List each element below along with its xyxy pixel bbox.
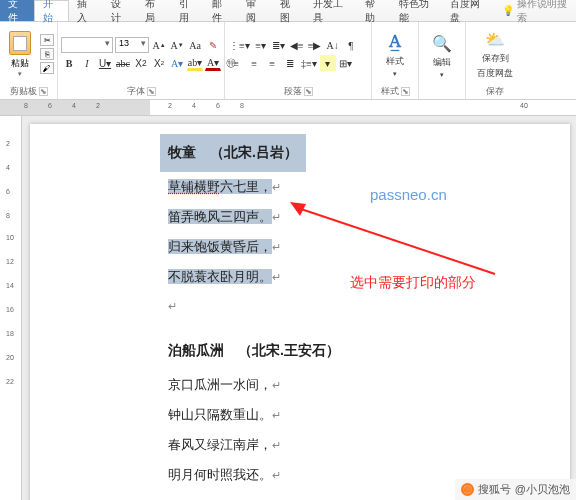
align-center-button[interactable]: ≡ (246, 55, 262, 71)
page-area[interactable]: 牧童 （北宋.吕岩） 草铺横野六七里，↵ 笛弄晚风三四声。↵ 归来饱饭黄昏后，↵… (22, 116, 576, 500)
poem1-line4[interactable]: 不脱蓑衣卧月明。↵ (160, 262, 306, 292)
paste-button[interactable]: 粘贴 (11, 57, 29, 70)
group-font: 13 A▲ A▼ Aa ✎ B I U▾ abc X2 X2 A▾ ab▾ A▾… (58, 22, 225, 99)
cloud-icon: ⛅ (484, 28, 506, 50)
find-icon: 🔍 (431, 32, 453, 54)
tab-view[interactable]: 视图 (272, 0, 306, 21)
workspace: 2468 10121416 182022 牧童 （北宋.吕岩） 草铺横野六七里，… (0, 116, 576, 500)
vertical-ruler[interactable]: 2468 10121416 182022 (0, 116, 22, 500)
styles-button[interactable]: A̲ 样式▾ (375, 31, 415, 78)
tab-references[interactable]: 引用 (171, 0, 205, 21)
numbering-button[interactable]: ≡▾ (253, 37, 269, 53)
tab-design[interactable]: 设计 (103, 0, 137, 21)
file-tab[interactable]: 文件 (0, 0, 34, 21)
italic-button[interactable]: I (79, 55, 95, 71)
author-label: @小贝泡泡 (515, 482, 570, 497)
tab-developer[interactable]: 开发工具 (305, 0, 356, 21)
justify-button[interactable]: ≣ (282, 55, 298, 71)
poem1-line1[interactable]: 草铺横野六七里，↵ (160, 172, 306, 202)
group-styles: A̲ 样式▾ 样式⬊ (372, 22, 419, 99)
styles-icon: A̲ (384, 31, 406, 53)
tab-layout[interactable]: 布局 (137, 0, 171, 21)
poem2-title[interactable]: 泊船瓜洲 （北宋.王安石） (160, 332, 348, 370)
sort-button[interactable]: A↓ (325, 37, 341, 53)
multilevel-button[interactable]: ≣▾ (271, 37, 287, 53)
lightbulb-icon: 💡 (502, 5, 514, 16)
format-painter-button[interactable]: 🖌 (40, 62, 54, 74)
watermark: passneo.cn (370, 186, 447, 203)
shading-button[interactable]: ▾ (320, 55, 336, 71)
poem-1: 牧童 （北宋.吕岩） 草铺横野六七里，↵ 笛弄晚风三四声。↵ 归来饱饭黄昏后，↵… (160, 134, 306, 319)
arrow-icon (290, 202, 500, 280)
align-left-button[interactable]: ≡ (228, 55, 244, 71)
editing-button[interactable]: 🔍 编辑▾ (422, 32, 462, 79)
align-right-button[interactable]: ≡ (264, 55, 280, 71)
underline-button[interactable]: U▾ (97, 55, 113, 71)
menu-tabs: 文件 开始 插入 设计 布局 引用 邮件 审阅 视图 开发工具 帮助 特色功能 … (0, 0, 576, 22)
font-launcher[interactable]: ⬊ (147, 87, 156, 96)
font-name-select[interactable] (61, 37, 113, 53)
tab-features[interactable]: 特色功能 (391, 0, 442, 21)
grow-font-button[interactable]: A▲ (151, 37, 167, 53)
source-footer: 搜狐号 @小贝泡泡 (455, 479, 576, 500)
ribbon: 粘贴 ▾ ✂ ⎘ 🖌 剪贴板⬊ 13 A▲ A▼ Aa ✎ B I (0, 22, 576, 100)
poem1-line3[interactable]: 归来饱饭黄昏后，↵ (160, 232, 306, 262)
horizontal-ruler[interactable]: 8642 2468 40 (0, 100, 576, 116)
tab-mailings[interactable]: 邮件 (204, 0, 238, 21)
source-label: 搜狐号 (478, 482, 511, 497)
group-editing: 🔍 编辑▾ (419, 22, 466, 99)
poem-2: 泊船瓜洲 （北宋.王安石） 京口瓜洲一水间，↵ 钟山只隔数重山。↵ 春风又绿江南… (160, 332, 348, 490)
clear-format-button[interactable]: ✎ (205, 37, 221, 53)
poem2-line4[interactable]: 明月何时照我还。↵ (160, 460, 348, 490)
group-clipboard: 粘贴 ▾ ✂ ⎘ 🖌 剪贴板⬊ (0, 22, 58, 99)
line-spacing-button[interactable]: ‡≡▾ (300, 55, 318, 71)
borders-button[interactable]: ⊞▾ (338, 55, 354, 71)
indent-dec-button[interactable]: ◀≡ (289, 37, 305, 53)
tab-home[interactable]: 开始 (34, 0, 70, 21)
clipboard-launcher[interactable]: ⬊ (39, 87, 48, 96)
highlight-button[interactable]: ab▾ (187, 55, 203, 71)
page: 牧童 （北宋.吕岩） 草铺横野六七里，↵ 笛弄晚风三四声。↵ 归来饱饭黄昏后，↵… (30, 124, 570, 500)
styles-launcher[interactable]: ⬊ (401, 87, 410, 96)
group-paragraph: ⋮≡▾ ≡▾ ≣▾ ◀≡ ≡▶ A↓ ¶ ≡ ≡ ≡ ≣ ‡≡▾ ▾ ⊞▾ 段落… (225, 22, 372, 99)
cut-button[interactable]: ✂ (40, 34, 54, 46)
copy-button[interactable]: ⎘ (40, 48, 54, 60)
tab-insert[interactable]: 插入 (69, 0, 103, 21)
change-case-button[interactable]: Aa (187, 37, 203, 53)
poem1-title[interactable]: 牧童 （北宋.吕岩） (160, 134, 306, 172)
shrink-font-button[interactable]: A▼ (169, 37, 185, 53)
poem1-line2[interactable]: 笛弄晚风三四声。↵ (160, 202, 306, 232)
poem2-line2[interactable]: 钟山只隔数重山。↵ (160, 400, 348, 430)
font-color-button[interactable]: A▾ (205, 55, 221, 71)
poem2-line1[interactable]: 京口瓜洲一水间，↵ (160, 370, 348, 400)
para-launcher[interactable]: ⬊ (304, 87, 313, 96)
group-cloud: ⛅ 保存到百度网盘 保存 (466, 22, 524, 99)
superscript-button[interactable]: X2 (151, 55, 167, 71)
font-size-select[interactable]: 13 (115, 37, 149, 53)
subscript-button[interactable]: X2 (133, 55, 149, 71)
paste-icon[interactable] (9, 31, 31, 55)
annotation-text: 选中需要打印的部分 (350, 274, 476, 292)
bold-button[interactable]: B (61, 55, 77, 71)
tab-help[interactable]: 帮助 (357, 0, 391, 21)
blank-line[interactable]: ↵ (160, 292, 306, 319)
bullets-button[interactable]: ⋮≡▾ (228, 37, 251, 53)
tell-me-search[interactable]: 💡操作说明搜索 (494, 0, 576, 21)
save-cloud-button[interactable]: ⛅ 保存到百度网盘 (469, 28, 521, 80)
tab-baidu[interactable]: 百度网盘 (442, 0, 493, 21)
strike-button[interactable]: abc (115, 55, 131, 71)
sohu-logo-icon (461, 483, 474, 496)
tab-review[interactable]: 审阅 (238, 0, 272, 21)
indent-inc-button[interactable]: ≡▶ (307, 37, 323, 53)
svg-line-0 (298, 208, 495, 274)
poem2-line3[interactable]: 春风又绿江南岸，↵ (160, 430, 348, 460)
show-marks-button[interactable]: ¶ (343, 37, 359, 53)
text-effects-button[interactable]: A▾ (169, 55, 185, 71)
